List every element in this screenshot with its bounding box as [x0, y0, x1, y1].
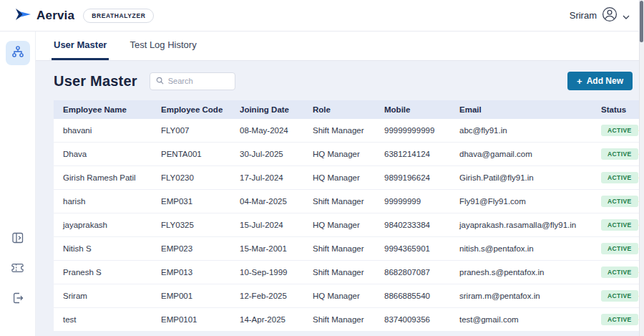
cell-mobile: 9994365901 — [377, 237, 452, 261]
cell-joining-date: 14-Apr-2025 — [233, 308, 306, 332]
table-row[interactable]: jayaprakashFLY032515-Jul-2024HQ Manager9… — [54, 213, 640, 237]
cell-email: Girish.Patil@fly91.in — [452, 166, 594, 190]
page-title: User Master — [54, 73, 137, 90]
cell-employee-name: Dhava — [54, 143, 154, 166]
cell-employee-code: FLY0230 — [154, 166, 233, 190]
search-box — [150, 72, 235, 90]
cell-status: ACTIVE — [594, 213, 640, 237]
cell-role: Shift Manager — [306, 190, 377, 213]
sidebar-item-users[interactable] — [6, 41, 30, 65]
cell-status: ACTIVE — [594, 190, 640, 213]
panel-exit-icon[interactable] — [10, 230, 26, 246]
status-badge: ACTIVE — [601, 243, 638, 254]
cell-status: ACTIVE — [594, 166, 640, 190]
table-row[interactable]: Pranesh SEMP01310-Sep-1999Shift Manager8… — [54, 261, 640, 284]
table-row[interactable]: harishEMP03104-Mar-2025Shift Manager9999… — [54, 190, 640, 213]
search-icon — [156, 75, 164, 87]
cell-employee-name: Nitish S — [54, 237, 154, 261]
cell-mobile: 6381214124 — [377, 143, 452, 166]
status-badge: ACTIVE — [601, 314, 638, 325]
table-row[interactable]: Girish Ramesh PatilFLY023017-Jul-2024HQ … — [54, 166, 640, 190]
product-badge: BREATHALYZER — [83, 9, 154, 23]
cell-employee-name: harish — [54, 190, 154, 213]
brand-logo: Aervia — [14, 8, 74, 24]
status-badge: ACTIVE — [601, 196, 638, 207]
cell-employee-name: Sriram — [54, 284, 154, 308]
org-hierarchy-icon — [11, 45, 24, 61]
cell-status: ACTIVE — [594, 143, 640, 166]
chevron-down-icon — [623, 9, 630, 22]
cell-role: Shift Manager — [306, 308, 377, 332]
add-new-button[interactable]: + Add New — [567, 72, 633, 90]
column-header-role: Role — [306, 100, 377, 119]
user-menu[interactable]: Sriram — [570, 6, 630, 25]
search-input[interactable] — [168, 77, 229, 85]
cell-joining-date: 15-Mar-2001 — [233, 237, 306, 261]
ticket-icon[interactable] — [10, 260, 26, 276]
cell-email: pranesh.s@pentafox.in — [452, 261, 594, 284]
cell-email: test@gmail.com — [452, 308, 594, 332]
cell-email: dhava@gamail.com — [452, 143, 594, 166]
cell-joining-date: 15-Jul-2024 — [233, 213, 306, 237]
cell-status: ACTIVE — [594, 284, 640, 308]
cell-status: ACTIVE — [594, 261, 640, 284]
cell-status: ACTIVE — [594, 119, 640, 143]
sidebar — [0, 32, 36, 336]
table-row[interactable]: Nitish SEMP02315-Mar-2001Shift Manager99… — [54, 237, 640, 261]
user-table: Employee NameEmployee CodeJoining DateRo… — [54, 100, 640, 332]
cell-role: Shift Manager — [306, 237, 377, 261]
cell-email: nitish.s@pentafox.in — [452, 237, 594, 261]
cell-mobile: 99999999 — [377, 190, 452, 213]
cell-role: HQ Manager — [306, 284, 377, 308]
cell-joining-date: 30-Jul-2025 — [233, 143, 306, 166]
status-badge: ACTIVE — [601, 219, 638, 231]
table-row[interactable]: DhavaPENTA00130-Jul-2025HQ Manager638121… — [54, 143, 640, 166]
status-badge: ACTIVE — [601, 267, 638, 278]
brand-name: Aervia — [36, 9, 74, 23]
table-row[interactable]: SriramEMP00112-Feb-2025HQ Manager8866885… — [54, 284, 640, 308]
cell-employee-name: Girish Ramesh Patil — [54, 166, 154, 190]
status-badge: ACTIVE — [601, 148, 638, 160]
cell-joining-date: 10-Sep-1999 — [233, 261, 306, 284]
cell-mobile: 8682807087 — [377, 261, 452, 284]
cell-mobile: 9840233384 — [377, 213, 452, 237]
cell-mobile: 9899196624 — [377, 166, 452, 190]
logout-icon[interactable] — [10, 290, 26, 306]
status-badge: ACTIVE — [601, 172, 638, 183]
cell-role: Shift Manager — [306, 261, 377, 284]
cell-email: Fly91@Fly91.com — [452, 190, 594, 213]
column-header-status: Status — [594, 100, 640, 119]
cell-role: HQ Manager — [306, 143, 377, 166]
cell-employee-name: jayaprakash — [54, 213, 154, 237]
person-circle-icon — [602, 6, 618, 25]
column-header-mobile: Mobile — [377, 100, 452, 119]
cell-joining-date: 12-Feb-2025 — [233, 284, 306, 308]
plus-icon: + — [577, 77, 582, 86]
cell-employee-code: EMP001 — [154, 284, 233, 308]
cell-employee-code: FLY0325 — [154, 213, 233, 237]
cell-mobile: 8374009356 — [377, 308, 452, 332]
table-row[interactable]: bhavaniFLY00708-May-2024Shift Manager999… — [54, 119, 640, 143]
cell-employee-name: test — [54, 308, 154, 332]
cell-role: Shift Manager — [306, 119, 377, 143]
top-bar: Aervia BREATHALYZER Sriram — [0, 0, 644, 32]
tab-user-master[interactable]: User Master — [52, 32, 109, 60]
cell-employee-code: PENTA001 — [154, 143, 233, 166]
table-body: bhavaniFLY00708-May-2024Shift Manager999… — [54, 119, 640, 332]
cell-mobile: 8866885540 — [377, 284, 452, 308]
column-header-employee-code: Employee Code — [154, 100, 233, 119]
cell-mobile: 99999999999 — [377, 119, 452, 143]
cell-employee-code: EMP0101 — [154, 308, 233, 332]
table-row[interactable]: testEMP010114-Apr-2025Shift Manager83740… — [54, 308, 640, 332]
tab-test-log-history[interactable]: Test Log History — [127, 32, 198, 60]
cell-employee-name: Pranesh S — [54, 261, 154, 284]
column-header-email: Email — [452, 100, 594, 119]
cell-employee-code: FLY007 — [154, 119, 233, 143]
cell-role: HQ Manager — [306, 166, 377, 190]
table-header-row: Employee NameEmployee CodeJoining DateRo… — [54, 100, 640, 119]
logo-icon — [14, 8, 31, 24]
add-new-label: Add New — [587, 76, 623, 86]
tab-bar: User MasterTest Log History — [36, 32, 644, 61]
scrollbar-thumb[interactable] — [640, 1, 643, 42]
scrollbar-track[interactable] — [639, 0, 644, 336]
